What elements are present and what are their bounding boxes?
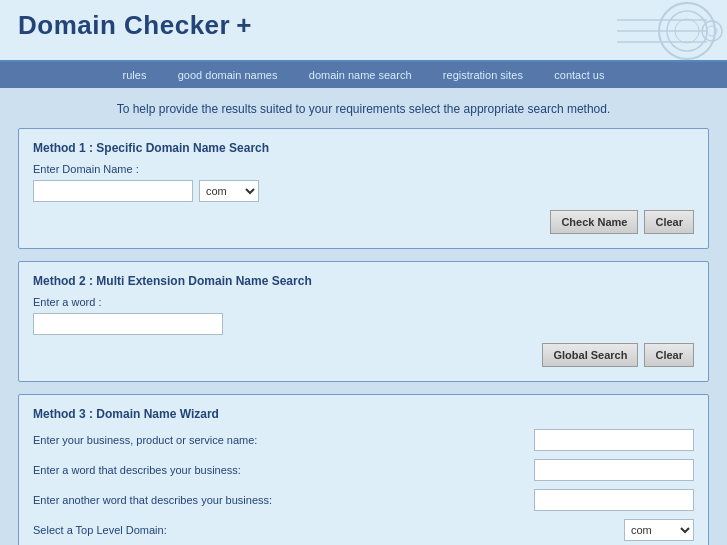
svg-point-6 <box>702 21 722 41</box>
nav-rules[interactable]: rules <box>123 69 147 81</box>
nav-contact-us[interactable]: contact us <box>554 69 604 81</box>
method3-field3-row: Enter another word that describes your b… <box>33 489 694 511</box>
method2-title: Method 2 : Multi Extension Domain Name S… <box>33 274 694 288</box>
method1-box: Method 1 : Specific Domain Name Search E… <box>18 128 709 249</box>
method2-box: Method 2 : Multi Extension Domain Name S… <box>18 261 709 382</box>
method2-global-search-button[interactable]: Global Search <box>542 343 638 367</box>
method3-field1-label: Enter your business, product or service … <box>33 434 534 446</box>
navbar: rules good domain names domain name sear… <box>0 62 727 88</box>
nav-good-domain-names[interactable]: good domain names <box>178 69 278 81</box>
method3-word2-input[interactable] <box>534 489 694 511</box>
method3-fields: Enter your business, product or service … <box>33 429 694 541</box>
method2-input-row <box>33 313 694 335</box>
nav-registration-sites[interactable]: registration sites <box>443 69 523 81</box>
method1-tld-select[interactable]: com net org biz info <box>199 180 259 202</box>
method3-title: Method 3 : Domain Name Wizard <box>33 407 694 421</box>
method3-field4-row: Select a Top Level Domain: com net org b… <box>33 519 694 541</box>
method3-box: Method 3 : Domain Name Wizard Enter your… <box>18 394 709 545</box>
method1-clear-button[interactable]: Clear <box>644 210 694 234</box>
method3-word1-input[interactable] <box>534 459 694 481</box>
method3-field3-label: Enter another word that describes your b… <box>33 494 534 506</box>
method2-btn-row: Global Search Clear <box>33 343 694 367</box>
header-decoration <box>527 0 727 62</box>
method1-title: Method 1 : Specific Domain Name Search <box>33 141 694 155</box>
method3-field2-label: Enter a word that describes your busines… <box>33 464 534 476</box>
method1-field-label: Enter Domain Name : <box>33 163 694 175</box>
method3-business-name-input[interactable] <box>534 429 694 451</box>
svg-point-1 <box>667 11 707 51</box>
instruction-text: To help provide the results suited to yo… <box>18 102 709 116</box>
method3-field2-row: Enter a word that describes your busines… <box>33 459 694 481</box>
app-title: Domain Checker+ <box>18 10 252 40</box>
header: Domain Checker+ <box>0 0 727 62</box>
method1-check-button[interactable]: Check Name <box>550 210 638 234</box>
method3-tld-label: Select a Top Level Domain: <box>33 524 624 536</box>
method3-tld-select[interactable]: com net org biz info <box>624 519 694 541</box>
method2-field-label: Enter a word : <box>33 296 694 308</box>
main-content: To help provide the results suited to yo… <box>0 88 727 545</box>
method1-domain-input[interactable] <box>33 180 193 202</box>
svg-point-7 <box>707 26 717 36</box>
method3-field1-row: Enter your business, product or service … <box>33 429 694 451</box>
svg-point-0 <box>659 3 715 59</box>
method1-btn-row: Check Name Clear <box>33 210 694 234</box>
method1-input-row: com net org biz info <box>33 180 694 202</box>
method2-word-input[interactable] <box>33 313 223 335</box>
svg-point-2 <box>675 19 699 43</box>
nav-domain-name-search[interactable]: domain name search <box>309 69 412 81</box>
method2-clear-button[interactable]: Clear <box>644 343 694 367</box>
